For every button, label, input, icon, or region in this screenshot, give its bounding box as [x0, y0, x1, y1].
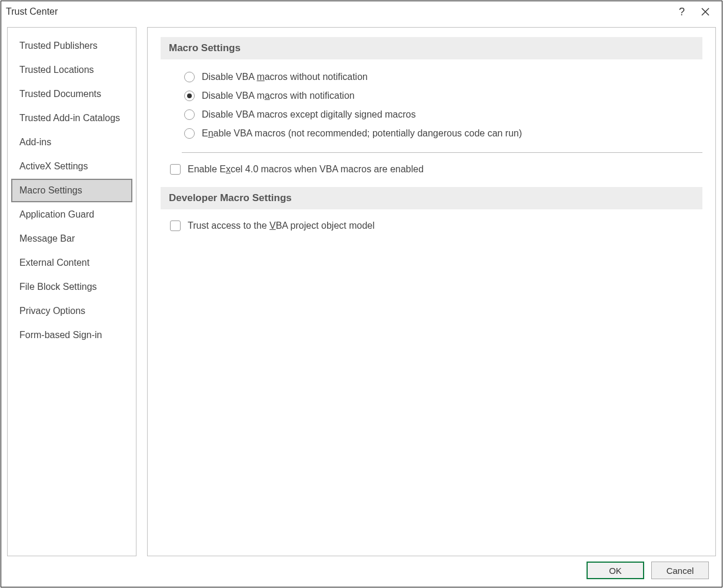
ok-button[interactable]: OK [587, 562, 644, 579]
section-header-developer-macro-settings: Developer Macro Settings [161, 187, 702, 209]
checkbox-icon [170, 164, 181, 175]
radio-icon [184, 72, 195, 82]
sidebar-item-trusted-locations[interactable]: Trusted Locations [11, 58, 132, 82]
help-button[interactable]: ? [670, 3, 694, 21]
checkbox-label: Trust access to the VBA project object m… [188, 220, 375, 231]
checkbox-trust-vba-project-access[interactable]: Trust access to the VBA project object m… [161, 218, 702, 234]
divider [182, 152, 702, 153]
sidebar-item-trusted-addin-catalogs[interactable]: Trusted Add-in Catalogs [11, 106, 132, 130]
radio-label: Disable VBA macros with notification [202, 91, 355, 101]
checkbox-icon [170, 220, 181, 231]
radio-icon [184, 91, 195, 101]
sidebar: Trusted Publishers Trusted Locations Tru… [7, 27, 136, 556]
radio-disable-except-signed[interactable]: Disable VBA macros except digitally sign… [184, 105, 702, 124]
sidebar-item-message-bar[interactable]: Message Bar [11, 227, 132, 250]
section-header-macro-settings: Macro Settings [161, 37, 702, 59]
trust-center-dialog: Trust Center ? Trusted Publishers Truste… [1, 1, 722, 587]
radio-label: Enable VBA macros (not recommended; pote… [202, 128, 522, 139]
sidebar-item-addins[interactable]: Add-ins [11, 131, 132, 154]
sidebar-item-trusted-documents[interactable]: Trusted Documents [11, 82, 132, 106]
sidebar-item-macro-settings[interactable]: Macro Settings [11, 179, 132, 202]
sidebar-item-privacy-options[interactable]: Privacy Options [11, 299, 132, 323]
radio-disable-with-notification[interactable]: Disable VBA macros with notification [184, 86, 702, 105]
sidebar-item-activex-settings[interactable]: ActiveX Settings [11, 155, 132, 178]
titlebar: Trust Center ? [1, 1, 722, 22]
radio-label: Disable VBA macros except digitally sign… [202, 109, 416, 120]
cancel-button[interactable]: Cancel [651, 562, 709, 579]
close-button[interactable] [694, 3, 717, 21]
sidebar-item-application-guard[interactable]: Application Guard [11, 203, 132, 226]
checkbox-enable-excel4-macros[interactable]: Enable Excel 4.0 macros when VBA macros … [161, 161, 702, 178]
help-icon: ? [679, 6, 685, 18]
radio-enable-all[interactable]: Enable VBA macros (not recommended; pote… [184, 124, 702, 143]
dialog-title: Trust Center [6, 6, 670, 17]
close-icon [701, 7, 710, 16]
content-panel: Macro Settings Disable VBA macros withou… [147, 27, 716, 556]
sidebar-item-external-content[interactable]: External Content [11, 251, 132, 275]
radio-icon [184, 128, 195, 139]
radio-icon [184, 109, 195, 120]
sidebar-item-form-based-signin[interactable]: Form-based Sign-in [11, 323, 132, 347]
sidebar-item-trusted-publishers[interactable]: Trusted Publishers [11, 34, 132, 58]
dialog-body: Trusted Publishers Trusted Locations Tru… [1, 22, 722, 559]
sidebar-item-file-block-settings[interactable]: File Block Settings [11, 275, 132, 299]
radio-label: Disable VBA macros without notification [202, 72, 368, 82]
radio-disable-without-notification[interactable]: Disable VBA macros without notification [184, 68, 702, 86]
dialog-footer: OK Cancel [1, 559, 722, 587]
checkbox-label: Enable Excel 4.0 macros when VBA macros … [188, 164, 424, 175]
macro-settings-radio-group: Disable VBA macros without notification … [161, 68, 702, 143]
